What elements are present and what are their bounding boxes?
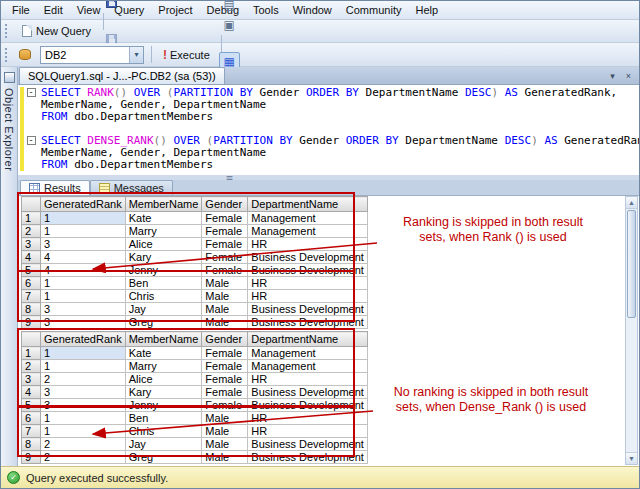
grid-row-header[interactable]: 6 [22, 277, 41, 290]
grid-cell[interactable]: Jenny [125, 399, 202, 412]
grid-row-header[interactable]: 3 [22, 238, 41, 251]
grid-cell[interactable]: Female [202, 360, 248, 373]
grid-row-header[interactable]: 7 [22, 290, 41, 303]
grid-cell[interactable]: Female [202, 264, 248, 277]
grid-cell[interactable]: Business Development [248, 251, 368, 264]
grid-cell[interactable]: Business Development [248, 438, 368, 451]
grid-cell[interactable]: Male [202, 451, 248, 464]
menu-community[interactable]: Community [339, 2, 409, 18]
grid-cell[interactable]: Kary [125, 386, 202, 399]
grid-cell[interactable]: 2 [41, 451, 126, 464]
menu-file[interactable]: File [5, 2, 37, 18]
grid-cell[interactable]: Ben [125, 412, 202, 425]
toolbar-grip[interactable] [4, 47, 9, 63]
grid-cell[interactable]: 3 [41, 303, 126, 316]
grid-cell[interactable]: HR [248, 277, 368, 290]
grid-row-header[interactable]: 7 [22, 425, 41, 438]
grid-cell[interactable]: 4 [41, 251, 126, 264]
grid-row-header[interactable]: 8 [22, 303, 41, 316]
grid-cell[interactable]: Business Development [248, 451, 368, 464]
grid-cell[interactable]: Business Development [248, 264, 368, 277]
menu-help[interactable]: Help [408, 2, 445, 18]
grid-cell[interactable]: Female [202, 373, 248, 386]
grid-row-header[interactable]: 4 [22, 251, 41, 264]
grid-column-header[interactable]: Gender [202, 332, 248, 347]
grid-cell[interactable]: Business Development [248, 386, 368, 399]
grid-cell[interactable]: Business Development [248, 399, 368, 412]
grid-cell[interactable]: Marry [125, 360, 202, 373]
grid-row-header[interactable]: 6 [22, 412, 41, 425]
grid-cell[interactable]: 1 [41, 412, 126, 425]
object-explorer-tab[interactable]: Object Explorer [1, 67, 18, 466]
grid-corner[interactable] [22, 332, 41, 347]
menu-window[interactable]: Window [286, 2, 339, 18]
grid-row-header[interactable]: 5 [22, 264, 41, 277]
grid-cell[interactable]: Business Development [248, 316, 368, 329]
grid-cell[interactable]: 1 [41, 225, 126, 238]
grid-cell[interactable]: Jenny [125, 264, 202, 277]
grid-cell[interactable]: 1 [41, 290, 126, 303]
grid-cell[interactable]: Chris [125, 425, 202, 438]
grid-cell[interactable]: Management [248, 360, 368, 373]
grid-cell[interactable]: 3 [41, 316, 126, 329]
menu-edit[interactable]: Edit [37, 2, 70, 18]
grid-cell[interactable]: Female [202, 386, 248, 399]
query-options-icon[interactable]: ▤ [219, 0, 240, 15]
grid-cell[interactable]: HR [248, 290, 368, 303]
grid-cell[interactable]: Male [202, 316, 248, 329]
grid-cell[interactable]: Jay [125, 303, 202, 316]
grid-column-header[interactable]: DepartmentName [248, 197, 368, 212]
grid-cell[interactable]: HR [248, 425, 368, 438]
grid-cell[interactable]: 3 [41, 386, 126, 399]
grid-column-header[interactable]: MemberName [125, 332, 202, 347]
menu-project[interactable]: Project [151, 2, 199, 18]
grid-cell[interactable]: Alice [125, 373, 202, 386]
grid-cell[interactable]: Male [202, 438, 248, 451]
grid-row-header[interactable]: 4 [22, 386, 41, 399]
grid-cell[interactable]: Female [202, 238, 248, 251]
grid-row-header[interactable]: 3 [22, 373, 41, 386]
database-selector[interactable]: DB2 ▾ [40, 46, 144, 64]
grid-cell[interactable]: Marry [125, 225, 202, 238]
collapse-region-toggle[interactable]: - [27, 88, 36, 97]
save-icon[interactable] [101, 0, 122, 13]
grid-cell[interactable]: 1 [41, 347, 126, 360]
grid-cell[interactable]: Kate [125, 212, 202, 225]
active-files-dropdown-icon[interactable]: ▾ [605, 69, 620, 83]
grid-column-header[interactable]: Gender [202, 197, 248, 212]
grid-cell[interactable]: Business Development [248, 303, 368, 316]
grid-cell[interactable]: Greg [125, 316, 202, 329]
close-document-icon[interactable]: × [621, 69, 636, 83]
available-databases-button[interactable] [14, 45, 35, 65]
grid-cell[interactable]: Ben [125, 277, 202, 290]
grid-cell[interactable]: Kary [125, 251, 202, 264]
grid-cell[interactable]: 2 [41, 373, 126, 386]
grid-column-header[interactable]: GeneratedRank [41, 332, 126, 347]
grid-cell[interactable]: 1 [41, 277, 126, 290]
grid-cell[interactable]: HR [248, 373, 368, 386]
grid-column-header[interactable]: GeneratedRank [41, 197, 126, 212]
collapse-region-toggle[interactable]: - [27, 136, 36, 145]
new-query-button[interactable]: New Query [14, 21, 99, 41]
grid-cell[interactable]: 2 [41, 438, 126, 451]
grid-row-header[interactable]: 1 [22, 347, 41, 360]
grid-row-header[interactable]: 2 [22, 225, 41, 238]
grid-cell[interactable]: HR [248, 412, 368, 425]
grid-cell[interactable]: Greg [125, 451, 202, 464]
grid-cell[interactable]: Female [202, 225, 248, 238]
grid-row-header[interactable]: 9 [22, 316, 41, 329]
grid-cell[interactable]: Jay [125, 438, 202, 451]
grid-cell[interactable]: Management [248, 347, 368, 360]
grid-cell[interactable]: HR [248, 238, 368, 251]
grid-cell[interactable]: Male [202, 277, 248, 290]
grid-cell[interactable]: Management [248, 212, 368, 225]
grid-cell[interactable]: 1 [41, 425, 126, 438]
grid-cell[interactable]: Male [202, 290, 248, 303]
grid-corner[interactable] [22, 197, 41, 212]
grid-column-header[interactable]: DepartmentName [248, 332, 368, 347]
execute-button[interactable]: ! Execute [156, 45, 217, 65]
menu-tools[interactable]: Tools [246, 2, 286, 18]
grid-cell[interactable]: 1 [41, 360, 126, 373]
grid-cell[interactable]: Male [202, 425, 248, 438]
grid-cell[interactable]: 3 [41, 238, 126, 251]
